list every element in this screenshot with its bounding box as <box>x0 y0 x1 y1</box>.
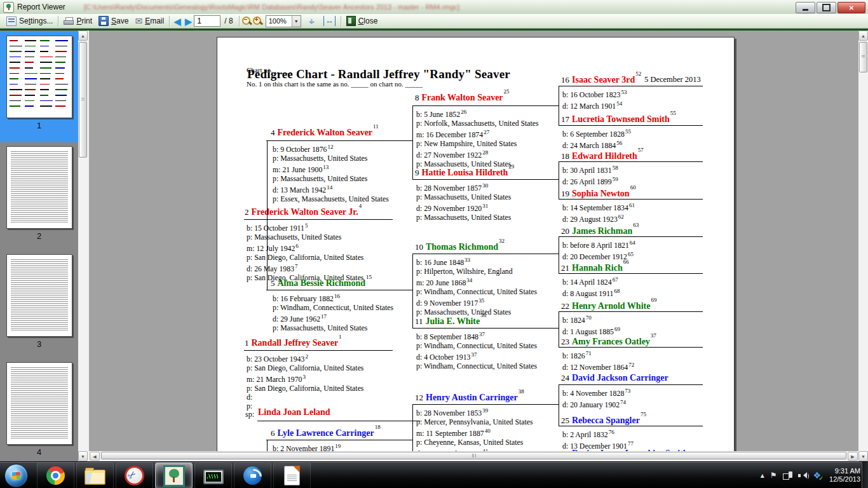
detail-line: m: 20 June 186834 <box>416 276 537 287</box>
close-label: Close <box>358 17 378 25</box>
next-page-button[interactable]: ▶ <box>183 17 194 26</box>
thumbnail-text-lines <box>11 367 68 440</box>
action-center-flag-icon[interactable]: ⚑ <box>770 471 777 479</box>
print-button[interactable]: Print <box>60 16 95 26</box>
page-thumbnail-1[interactable] <box>6 36 72 118</box>
scrollbar-thumb[interactable] <box>79 42 87 158</box>
start-button[interactable] <box>4 464 28 487</box>
zoom-in-button[interactable]: + <box>252 16 263 26</box>
page-thumbnail-2[interactable] <box>6 146 72 229</box>
pedigree-connector <box>559 161 559 199</box>
rootsmagic-app-icon <box>3 2 14 13</box>
email-button[interactable]: ✉ Email <box>132 16 167 26</box>
scroll-down-button[interactable]: ▼ <box>858 451 868 461</box>
fit-page-icon: ↔↕ <box>306 16 317 26</box>
document-area: Chart no. _____ Pedigree Chart - Randall… <box>89 30 858 461</box>
close-viewer-button[interactable]: Close <box>343 15 381 27</box>
volume-icon[interactable] <box>798 471 808 480</box>
detail-line: b: 28 November 185339 <box>416 406 533 417</box>
chevron-down-icon[interactable]: ▼ <box>292 16 301 27</box>
taskbar-app-rootsmagic[interactable] <box>155 463 193 488</box>
person-rule <box>412 179 559 180</box>
thumbnail-chart-mark <box>55 78 64 79</box>
person-name: Henry Austin Carringer <box>426 393 518 402</box>
person-details: b: 182470d: 1 August 188569 <box>562 313 620 336</box>
settings-button[interactable]: Settings... <box>3 16 56 27</box>
person-name: Hannah Rich <box>572 263 623 273</box>
zoom-level-select[interactable]: 100% ▼ <box>266 15 301 27</box>
hidden-icons-button[interactable]: ▴ <box>761 471 764 479</box>
detail-line: p: San Diego, California, United States <box>247 363 363 372</box>
detail-line: p: <box>247 402 363 410</box>
citation-superscript: 18 <box>375 424 381 430</box>
taskbar-app-libreoffice[interactable] <box>273 463 311 488</box>
person-number: 1 <box>245 338 249 348</box>
taskbar-app-windows-explorer[interactable] <box>76 463 114 488</box>
thunderbird-icon <box>243 466 262 485</box>
page-number-input[interactable]: 1 <box>194 15 220 27</box>
rootsmagic-icon <box>163 465 185 487</box>
close-window-button[interactable]: ✕ <box>837 2 865 13</box>
dropbox-icon[interactable]: ❖✓ <box>813 471 822 480</box>
horizontal-scrollbar[interactable]: ◀ ▶ <box>89 451 858 461</box>
pedigree-connector <box>412 254 413 328</box>
scrollbar-thumb[interactable] <box>859 42 867 72</box>
scroll-left-button[interactable]: ◀ <box>90 452 100 461</box>
person-name: Lyle Lawrence Carringer <box>278 428 374 438</box>
scroll-right-button[interactable]: ▶ <box>848 452 858 461</box>
person-details: b: 6 September 182855d: 24 March 188456 <box>562 127 631 150</box>
person-name: Henry Arnold White <box>572 301 650 311</box>
minimize-button[interactable] <box>796 2 815 13</box>
save-label: Save <box>111 17 128 25</box>
thumbnail-chart-mark <box>55 100 66 102</box>
person-number: 16 <box>561 75 569 85</box>
scroll-up-button[interactable]: ▲ <box>78 30 88 41</box>
thumbnail-chart-mark <box>25 51 35 52</box>
detail-line: b: before 8 April 182164 <box>562 238 635 250</box>
viewer-toolbar: Settings... Print Save ✉ Email ◀ ▶ 1 / 8… <box>0 14 868 29</box>
scroll-up-button[interactable]: ▲ <box>858 30 868 41</box>
maximize-button[interactable] <box>817 2 836 13</box>
detail-line: d: 20 January 190274 <box>562 398 630 409</box>
show-desktop-button[interactable] <box>862 462 868 488</box>
previous-page-button[interactable]: ◀ <box>172 17 183 26</box>
zoom-out-button[interactable]: − <box>241 16 252 26</box>
fit-page-button[interactable]: ↔↕ <box>303 15 320 27</box>
person-rule <box>412 404 559 405</box>
scrollbar-thumb[interactable] <box>101 452 846 459</box>
taskbar-app-resource-monitor[interactable] <box>194 463 232 488</box>
page-thumbnail-4[interactable] <box>6 362 72 445</box>
page-thumbnail-3[interactable] <box>6 254 72 337</box>
taskbar-app-thunderbird[interactable] <box>234 463 271 488</box>
taskbar-app-chrome[interactable] <box>37 463 74 488</box>
person-name: Rebecca Spangler <box>572 416 640 425</box>
person-rule <box>266 440 412 440</box>
person-rule <box>559 199 703 200</box>
save-button[interactable]: Save <box>95 15 132 27</box>
pedigree-page: Chart no. _____ Pedigree Chart - Randall… <box>217 37 735 463</box>
detail-line: d: 26 April 189959 <box>562 175 618 186</box>
detail-line: d: 24 March 188456 <box>562 139 631 150</box>
detail-line: d: 29 November 192031 <box>416 201 511 213</box>
thumbnail-chart-mark <box>25 67 33 69</box>
thumbnail-scrollbar[interactable]: ▲ ▼ <box>78 30 89 461</box>
detail-line: p: Cheyenne, Kansas, United States <box>416 438 533 447</box>
person-entry-6: 6Lyle Lawrence Carringer18 <box>271 427 381 438</box>
detail-line: p: Windham, Connecticut, United States <box>416 341 537 350</box>
scroll-down-button[interactable]: ▼ <box>78 451 88 461</box>
chart-same-as-line: No. 1 on this chart is the same as no. _… <box>247 80 423 88</box>
person-details: b: 16 October 182353d: 12 March 190154 <box>562 88 627 111</box>
detail-line: p: San Diego, California, United States <box>247 253 363 262</box>
taskbar-app-snipping-tool[interactable] <box>116 463 153 488</box>
person-details: b: 8 September 184837p: Windham, Connect… <box>416 330 537 370</box>
person-rule <box>559 161 703 162</box>
network-icon[interactable] <box>783 471 792 480</box>
thumbnail-chart-mark <box>55 62 65 63</box>
taskbar-clock[interactable]: 9:31 AM 12/5/2013 <box>829 467 860 484</box>
thumbnail-chart-mark <box>40 73 51 74</box>
fit-width-button[interactable]: ↔ <box>320 15 339 27</box>
taskbar: ▴ ⚑ ❖✓ 9:31 AM 12/5/2013 <box>0 461 868 488</box>
vertical-scrollbar[interactable]: ▲ ▼ <box>858 30 868 461</box>
person-entry-23: 23Amy Frances Oatley37 <box>561 336 656 347</box>
person-entry-10: 10Thomas Richmond32 <box>415 241 505 252</box>
